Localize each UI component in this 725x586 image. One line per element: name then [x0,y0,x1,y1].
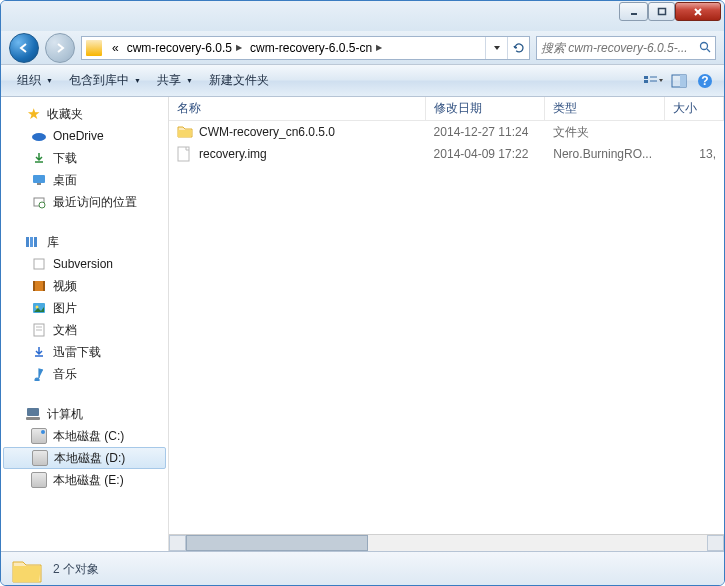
svg-rect-20 [34,259,44,269]
toolbar: 组织▼ 包含到库中▼ 共享▼ 新建文件夹 ? [1,65,724,97]
share-button[interactable]: 共享▼ [149,65,201,96]
svg-rect-1 [658,8,665,14]
onedrive-icon [31,128,47,144]
close-button[interactable] [675,2,721,21]
breadcrumb-item[interactable]: cwm-recovery-6.0.5▶ [123,37,246,59]
music-icon [31,366,47,382]
file-list[interactable]: CWM-recovery_cn6.0.5.02014-12-27 11:24文件… [169,121,724,534]
search-icon [696,37,715,59]
breadcrumb-prefix[interactable]: « [108,37,123,59]
sidebar-drive-c[interactable]: 本地磁盘 (C:) [1,425,168,447]
xunlei-icon [31,344,47,360]
sidebar-favorites[interactable]: ★收藏夹 [1,103,168,125]
status-bar: 2 个对象 [1,551,724,586]
computer-icon [25,406,41,422]
address-bar[interactable]: « cwm-recovery-6.0.5▶ cwm-recovery-6.0.5… [81,36,530,60]
sidebar-computer[interactable]: 计算机 [1,403,168,425]
sidebar-libraries[interactable]: 库 [1,231,168,253]
svg-rect-18 [30,237,33,247]
file-name: CWM-recovery_cn6.0.5.0 [199,125,335,139]
star-icon: ★ [25,106,41,122]
file-size: 13, [665,147,724,161]
svg-point-16 [39,202,45,208]
svg-point-2 [701,43,708,50]
column-name[interactable]: 名称 [169,97,426,120]
scroll-right-button[interactable] [707,535,724,551]
organize-button[interactable]: 组织▼ [9,65,61,96]
svg-rect-14 [37,183,41,185]
chevron-down-icon: ▼ [46,77,53,84]
refresh-button[interactable] [507,37,529,59]
search-box[interactable] [536,36,716,60]
scroll-left-button[interactable] [169,535,186,551]
minimize-button[interactable] [619,2,648,21]
file-icon [177,146,193,162]
sidebar-music[interactable]: 音乐 [1,363,168,385]
svg-line-3 [707,49,710,52]
download-icon [31,150,47,166]
folder-icon [11,556,43,584]
search-input[interactable] [537,41,696,55]
svg-rect-22 [33,281,35,291]
new-folder-button[interactable]: 新建文件夹 [201,65,277,96]
svg-rect-5 [644,80,648,83]
picture-icon [31,300,47,316]
svg-rect-4 [644,76,648,79]
sidebar: ★收藏夹 OneDrive 下载 桌面 最近访问的位置 库 Subversion… [1,97,169,551]
sidebar-onedrive[interactable]: OneDrive [1,125,168,147]
file-type: 文件夹 [545,124,665,141]
content-pane: 名称 修改日期 类型 大小 CWM-recovery_cn6.0.5.02014… [169,97,724,551]
sidebar-xunlei[interactable]: 迅雷下载 [1,341,168,363]
maximize-button[interactable] [648,2,675,21]
svg-rect-31 [178,147,189,161]
folder-icon [177,124,193,140]
view-mode-button[interactable] [642,70,664,92]
horizontal-scrollbar[interactable] [169,534,724,551]
sidebar-desktop[interactable]: 桌面 [1,169,168,191]
column-headers: 名称 修改日期 类型 大小 [169,97,724,121]
svg-point-12 [32,133,46,141]
sidebar-video[interactable]: 视频 [1,275,168,297]
forward-button[interactable] [45,33,75,63]
drive-icon [32,450,48,466]
column-size[interactable]: 大小 [665,97,724,120]
desktop-icon [31,172,47,188]
column-date[interactable]: 修改日期 [426,97,546,120]
chevron-down-icon: ▼ [134,77,141,84]
scroll-thumb[interactable] [186,535,368,551]
svg-rect-30 [26,417,40,420]
svg-point-25 [36,306,39,309]
sidebar-downloads[interactable]: 下载 [1,147,168,169]
svg-rect-29 [27,408,39,416]
document-icon [31,322,47,338]
preview-pane-button[interactable] [668,70,690,92]
sidebar-documents[interactable]: 文档 [1,319,168,341]
video-icon [31,278,47,294]
svg-rect-23 [43,281,45,291]
sidebar-drive-d[interactable]: 本地磁盘 (D:) [3,447,166,469]
file-row[interactable]: CWM-recovery_cn6.0.5.02014-12-27 11:24文件… [169,121,724,143]
sidebar-subversion[interactable]: Subversion [1,253,168,275]
breadcrumb-item[interactable]: cwm-recovery-6.0.5-cn▶ [246,37,386,59]
back-button[interactable] [9,33,39,63]
drive-icon [31,472,47,488]
sidebar-recent[interactable]: 最近访问的位置 [1,191,168,213]
recent-icon [31,194,47,210]
sidebar-drive-e[interactable]: 本地磁盘 (E:) [1,469,168,491]
file-row[interactable]: recovery.img2014-04-09 17:22Nero.Burning… [169,143,724,165]
svn-icon [31,256,47,272]
svg-rect-9 [680,75,686,87]
include-library-button[interactable]: 包含到库中▼ [61,65,149,96]
help-button[interactable]: ? [694,70,716,92]
sidebar-pictures[interactable]: 图片 [1,297,168,319]
file-date: 2014-12-27 11:24 [426,125,546,139]
file-date: 2014-04-09 17:22 [426,147,546,161]
svg-rect-19 [34,237,37,247]
folder-icon [86,40,102,56]
address-dropdown[interactable] [485,37,507,59]
column-type[interactable]: 类型 [545,97,665,120]
svg-rect-13 [33,175,45,183]
chevron-right-icon: ▶ [236,43,242,52]
status-text: 2 个对象 [53,561,99,578]
nav-bar: « cwm-recovery-6.0.5▶ cwm-recovery-6.0.5… [1,31,724,65]
